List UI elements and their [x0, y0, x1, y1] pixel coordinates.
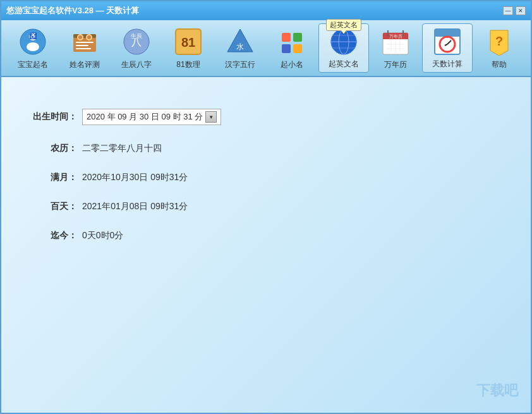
- toolbar: ♿ 宝宝起名 姓名评测: [1, 20, 531, 77]
- svg-text:?: ?: [495, 34, 503, 48]
- window-controls: — ✕: [503, 6, 526, 15]
- full-month-row: 满月： 2020年10月30日 09时31分: [27, 172, 505, 183]
- help-icon: ?: [484, 27, 514, 57]
- toolbar-item-days-calc[interactable]: 天数计算: [422, 23, 473, 73]
- toolbar-item-birth-bazi[interactable]: 八 生辰 生辰八字: [111, 23, 162, 73]
- svg-text:81: 81: [181, 35, 195, 49]
- toolbar-item-baby-name[interactable]: ♿ 宝宝起名: [8, 23, 58, 73]
- toolbar-item-help[interactable]: ? 帮助: [474, 23, 524, 73]
- toolbar-label-81-theory: 81数理: [176, 59, 200, 70]
- lunar-value: 二零二零年八月十四: [82, 143, 162, 154]
- toolbar-label-small-name: 起小名: [281, 59, 303, 70]
- to-date-label: 迄今：: [27, 230, 77, 241]
- toolbar-label-birth-bazi: 生辰八字: [121, 59, 152, 70]
- toolbar-item-calendar[interactable]: 万年历 万年历: [370, 23, 421, 73]
- svg-point-7: [78, 35, 82, 39]
- svg-rect-11: [76, 45, 88, 46]
- birth-time-label: 出生时间：: [27, 111, 77, 123]
- to-date-value: 0天0时0分: [82, 230, 123, 241]
- window-title: 悠游宝宝起名软件V3.28 — 天数计算: [6, 5, 139, 16]
- svg-text:水: 水: [236, 42, 244, 51]
- name-eval-icon: [70, 27, 100, 57]
- minimize-button[interactable]: —: [503, 6, 513, 15]
- toolbar-label-name-eval: 姓名评测: [70, 59, 100, 70]
- toolbar-item-small-name[interactable]: 起小名: [267, 23, 317, 73]
- svg-rect-10: [76, 42, 94, 43]
- birth-time-row: 出生时间： 2020 年 09 月 30 日 09 时 31 分 ▼: [27, 109, 505, 125]
- svg-rect-5: [73, 34, 96, 38]
- toolbar-label-english-name: 起英文名: [329, 59, 359, 70]
- svg-rect-23: [282, 44, 291, 53]
- toolbar-item-81-theory[interactable]: 81 81数理: [163, 23, 214, 73]
- app-window: 悠游宝宝起名软件V3.28 — 天数计算 — ✕ ♿ 宝宝起名: [0, 0, 532, 414]
- titlebar: 悠游宝宝起名软件V3.28 — 天数计算 — ✕: [1, 1, 531, 20]
- birth-bazi-icon: 八 生辰: [121, 27, 152, 57]
- small-name-icon: [277, 27, 307, 57]
- main-content: 出生时间： 2020 年 09 月 30 日 09 时 31 分 ▼ 农历： 二…: [1, 77, 531, 413]
- 81-theory-icon: 81: [173, 27, 203, 57]
- days-calc-icon: [432, 27, 462, 56]
- toolbar-item-hanzi-wuxing[interactable]: 水 汉字五行: [215, 23, 265, 73]
- to-date-row: 迄今： 0天0时0分: [27, 230, 505, 241]
- svg-rect-22: [293, 33, 302, 42]
- full-month-value: 2020年10月30日 09时31分: [82, 172, 188, 183]
- english-name-tooltip: 起英文名: [326, 19, 361, 31]
- calendar-icon: 万年历: [380, 27, 411, 57]
- svg-rect-24: [293, 44, 302, 53]
- toolbar-item-name-eval[interactable]: 姓名评测: [59, 23, 110, 73]
- watermark: 下载吧: [476, 381, 518, 400]
- svg-rect-21: [282, 33, 291, 42]
- toolbar-item-english-name[interactable]: 起英文名 起英文名: [318, 23, 369, 73]
- lunar-label: 农历：: [27, 143, 77, 154]
- svg-rect-12: [76, 48, 91, 49]
- lunar-row: 农历： 二零二零年八月十四: [27, 143, 505, 154]
- toolbar-label-hanzi-wuxing: 汉字五行: [225, 59, 255, 70]
- svg-point-9: [87, 35, 91, 39]
- hundred-days-row: 百天： 2021年01月08日 09时31分: [27, 201, 505, 212]
- baby-name-icon: ♿: [18, 27, 48, 57]
- birth-time-input[interactable]: 2020 年 09 月 30 日 09 时 31 分 ▼: [82, 109, 221, 125]
- toolbar-label-days-calc: 天数计算: [432, 59, 462, 70]
- birth-time-value: 2020 年 09 月 30 日 09 时 31 分: [87, 111, 203, 123]
- full-month-label: 满月：: [27, 172, 77, 183]
- hanzi-wuxing-icon: 水: [225, 27, 255, 57]
- form-area: 出生时间： 2020 年 09 月 30 日 09 时 31 分 ▼ 农历： 二…: [27, 109, 505, 241]
- date-dropdown-button[interactable]: ▼: [205, 111, 217, 123]
- close-button[interactable]: ✕: [516, 6, 526, 15]
- toolbar-label-help: 帮助: [492, 59, 507, 70]
- hundred-days-value: 2021年01月08日 09时31分: [82, 201, 188, 212]
- toolbar-label-calendar: 万年历: [384, 59, 407, 70]
- svg-text:万年历: 万年历: [389, 34, 402, 39]
- svg-text:生辰: 生辰: [131, 33, 142, 39]
- toolbar-label-baby-name: 宝宝起名: [18, 59, 48, 70]
- svg-point-3: [27, 42, 39, 51]
- svg-text:♿: ♿: [29, 32, 37, 40]
- hundred-days-label: 百天：: [27, 201, 77, 212]
